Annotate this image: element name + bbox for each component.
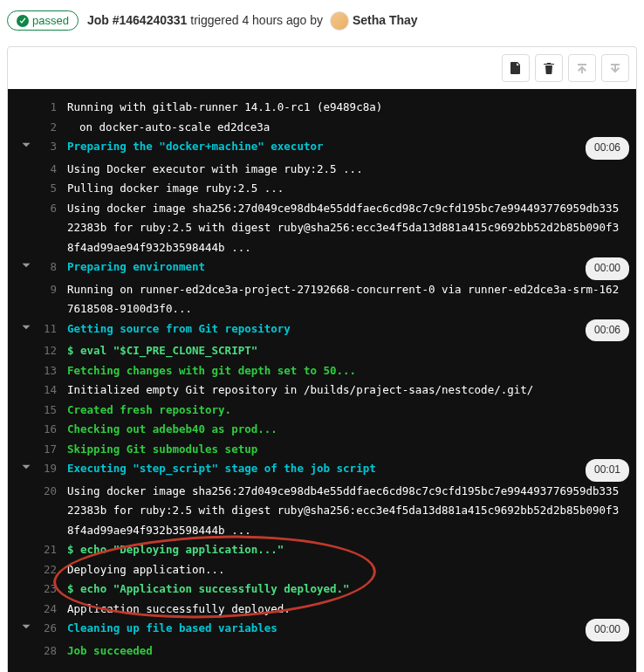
line-number[interactable]: 23 — [38, 579, 67, 600]
triggered-text: triggered 4 hours ago by — [187, 12, 326, 26]
scroll-bottom-button[interactable] — [601, 54, 629, 82]
chevron-down-icon[interactable] — [21, 260, 31, 271]
log-line: 9Running on runner-ed2dce3a-project-2719… — [15, 280, 629, 319]
log-line: 11Getting source from Git repository00:0… — [15, 319, 629, 342]
log-line: 23$ echo "Application successfully deplo… — [15, 579, 629, 600]
log-line: 20Using docker image sha256:27d049ce98db… — [15, 482, 629, 541]
line-number[interactable]: 24 — [38, 600, 67, 620]
line-content: Using docker image sha256:27d049ce98db4e… — [67, 199, 629, 258]
section-toggle[interactable] — [15, 319, 38, 339]
log-line: 1Running with gitlab-runner 14.1.0-rc1 (… — [15, 98, 629, 118]
line-content: Created fresh repository. — [67, 401, 629, 421]
scroll-top-button[interactable] — [568, 54, 596, 82]
section-duration: 00:01 — [586, 459, 629, 482]
line-number[interactable]: 21 — [38, 540, 67, 560]
job-header: passed Job #1464240331 triggered 4 hours… — [0, 0, 644, 41]
line-content: Cleaning up file based variables — [67, 619, 586, 639]
line-number[interactable]: 19 — [38, 459, 67, 479]
line-number[interactable]: 16 — [38, 420, 67, 440]
chevron-down-icon[interactable] — [21, 462, 31, 472]
line-content: Checking out adebeb40 as prod... — [67, 420, 629, 440]
scroll-top-icon — [575, 61, 589, 75]
line-number[interactable]: 4 — [38, 160, 67, 180]
log-line: 21$ echo "Deploying application..." — [15, 540, 629, 560]
line-number[interactable]: 6 — [38, 199, 67, 219]
line-content: Getting source from Git repository — [67, 319, 586, 339]
line-number[interactable]: 13 — [38, 361, 67, 381]
avatar[interactable] — [330, 11, 349, 31]
line-number[interactable]: 28 — [38, 641, 67, 662]
log-line: 19Executing "step_script" stage of the j… — [15, 459, 629, 482]
log-line: 16Checking out adebeb40 as prod... — [15, 420, 629, 440]
chevron-down-icon[interactable] — [21, 621, 31, 632]
line-number[interactable]: 3 — [38, 137, 67, 157]
log-line: 28Job succeeded — [15, 641, 629, 662]
line-content: $ eval "$CI_PRE_CLONE_SCRIPT" — [67, 341, 629, 361]
scroll-bottom-icon — [608, 61, 622, 75]
status-badge: passed — [7, 10, 79, 31]
user-name[interactable]: Setha Thay — [353, 12, 418, 26]
line-content: Preparing the "docker+machine" executor — [67, 137, 586, 157]
log-line: 6Using docker image sha256:27d049ce98db4… — [15, 199, 629, 258]
line-content: on docker-auto-scale ed2dce3a — [67, 118, 629, 138]
log-line: 5Pulling docker image ruby:2.5 ... — [15, 179, 629, 199]
job-title-wrap: Job #1464240331 triggered 4 hours ago by… — [87, 11, 418, 31]
line-number[interactable]: 2 — [38, 118, 67, 138]
log-line: 24Application successfully deployed. — [15, 600, 629, 620]
line-content: $ echo "Application successfully deploye… — [67, 579, 629, 600]
line-content: Application successfully deployed. — [67, 600, 629, 620]
line-content: Running on runner-ed2dce3a-project-27192… — [67, 280, 629, 319]
line-number[interactable]: 1 — [38, 98, 67, 118]
log-line: 4Using Docker executor with image ruby:2… — [15, 160, 629, 180]
line-content: Preparing environment — [67, 257, 586, 278]
log-line: 8Preparing environment00:00 — [15, 257, 629, 280]
document-icon — [509, 61, 523, 75]
line-content: $ echo "Deploying application..." — [67, 540, 629, 560]
line-number[interactable]: 14 — [38, 381, 67, 401]
line-content: Skipping Git submodules setup — [67, 440, 629, 460]
log-line: 13Fetching changes with git depth set to… — [15, 361, 629, 381]
raw-log-button[interactable] — [502, 54, 530, 82]
line-number[interactable]: 20 — [38, 482, 67, 502]
log-line: 12$ eval "$CI_PRE_CLONE_SCRIPT" — [15, 341, 629, 361]
section-duration: 00:06 — [586, 137, 629, 160]
section-toggle[interactable] — [15, 459, 38, 479]
line-content: Deploying application... — [67, 560, 629, 580]
line-number[interactable]: 26 — [38, 619, 67, 639]
log-line: 3Preparing the "docker+machine" executor… — [15, 137, 629, 160]
check-circle-icon — [17, 15, 29, 27]
line-content: Fetching changes with git depth set to 5… — [67, 361, 629, 381]
trash-icon — [542, 61, 556, 75]
section-duration: 00:00 — [586, 619, 629, 641]
line-content: Using docker image sha256:27d049ce98db4e… — [67, 482, 629, 541]
line-content: Initialized empty Git repository in /bui… — [67, 381, 629, 401]
line-number[interactable]: 15 — [38, 401, 67, 421]
section-duration: 00:00 — [586, 257, 629, 280]
log-line: 15Created fresh repository. — [15, 401, 629, 421]
line-number[interactable]: 12 — [38, 341, 67, 361]
line-content: Running with gitlab-runner 14.1.0-rc1 (e… — [67, 98, 629, 118]
line-number[interactable]: 5 — [38, 179, 67, 199]
log-panel: 1Running with gitlab-runner 14.1.0-rc1 (… — [7, 46, 637, 672]
log-output: 1Running with gitlab-runner 14.1.0-rc1 (… — [8, 89, 636, 672]
line-content: Job succeeded — [67, 641, 629, 662]
line-content: Pulling docker image ruby:2.5 ... — [67, 179, 629, 199]
line-number[interactable]: 8 — [38, 257, 67, 278]
line-content: Executing "step_script" stage of the job… — [67, 459, 586, 479]
section-toggle[interactable] — [15, 257, 38, 278]
chevron-down-icon[interactable] — [21, 140, 31, 150]
log-line: 22Deploying application... — [15, 560, 629, 580]
line-content: Using Docker executor with image ruby:2.… — [67, 160, 629, 180]
log-line: 17Skipping Git submodules setup — [15, 440, 629, 460]
line-number[interactable]: 17 — [38, 440, 67, 460]
log-line: 26Cleaning up file based variables00:00 — [15, 619, 629, 641]
line-number[interactable]: 11 — [38, 319, 67, 339]
chevron-down-icon[interactable] — [21, 322, 31, 333]
job-number: Job #1464240331 — [87, 12, 187, 26]
line-number[interactable]: 22 — [38, 560, 67, 580]
log-line: 14Initialized empty Git repository in /b… — [15, 381, 629, 401]
section-toggle[interactable] — [15, 619, 38, 639]
erase-log-button[interactable] — [535, 54, 563, 82]
section-toggle[interactable] — [15, 137, 38, 157]
line-number[interactable]: 9 — [38, 280, 67, 300]
